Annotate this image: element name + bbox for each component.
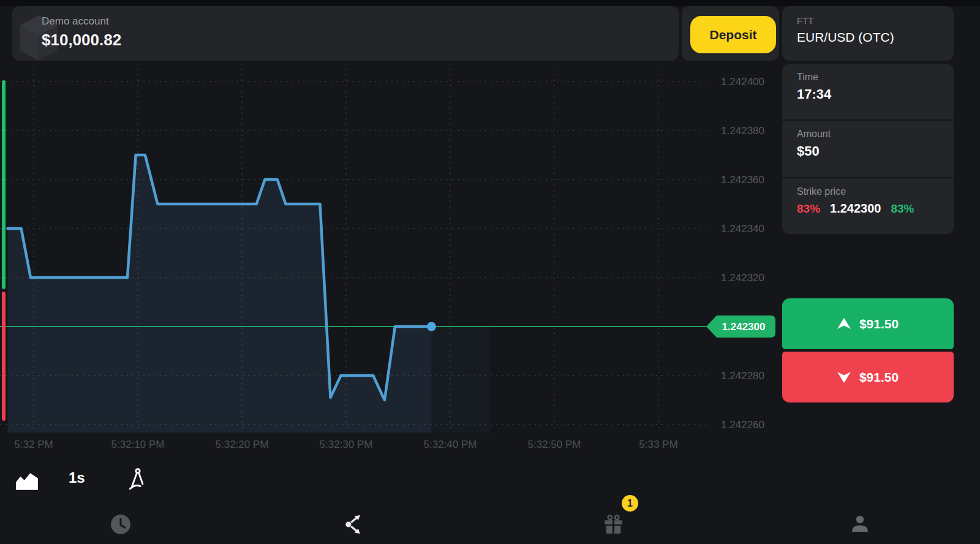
current-price-dot xyxy=(427,322,436,331)
person-icon xyxy=(849,513,871,535)
account-switcher[interactable]: Demo account $10,000.82 xyxy=(12,6,679,61)
trade-settings-panel: Time 17:34 Amount $50 Strike price 83% 1… xyxy=(782,64,954,234)
sell-down-button[interactable]: $91.50 xyxy=(782,352,954,402)
account-type-label: Demo account xyxy=(42,15,121,28)
clock-icon xyxy=(108,512,133,537)
x-axis-label: 5:32:10 PM xyxy=(111,439,165,450)
trade-history-button[interactable] xyxy=(108,512,133,537)
trading-button[interactable] xyxy=(344,513,366,535)
buy-up-button[interactable]: $91.50 xyxy=(782,298,954,349)
payout-down-percent: 83% xyxy=(797,202,820,216)
y-axis-label: 1.242400 xyxy=(721,76,764,88)
promotions-button[interactable] xyxy=(602,513,625,536)
up-arrow-icon xyxy=(837,318,851,330)
buy-up-amount: $91.50 xyxy=(859,317,899,331)
y-axis-label: 1.242320 xyxy=(721,272,764,284)
x-axis-label: 5:32:40 PM xyxy=(424,439,477,450)
x-axis-label: 5:32:30 PM xyxy=(320,439,373,450)
time-value: 17:34 xyxy=(797,86,954,102)
drawing-tools-button[interactable] xyxy=(127,467,148,491)
payout-up-percent: 83% xyxy=(891,202,914,216)
sell-down-amount: $91.50 xyxy=(859,370,899,385)
strike-price-field: Strike price 83% 1.242300 83% xyxy=(782,177,954,234)
amount-value: $50 xyxy=(797,143,954,159)
amount-field[interactable]: Amount $50 xyxy=(782,119,954,176)
expiry-time-field[interactable]: Time 17:34 xyxy=(782,64,954,119)
area-chart-icon xyxy=(15,470,39,491)
deposit-card: Deposit xyxy=(682,6,779,61)
x-axis-label: 5:32 PM xyxy=(14,439,53,450)
strike-price-badge-label: 1.242300 xyxy=(722,321,766,333)
y-axis-label: 1.242260 xyxy=(721,419,764,431)
strike-price-value: 1.242300 xyxy=(830,202,881,216)
gift-icon xyxy=(602,513,625,536)
notification-badge: 1 xyxy=(622,495,638,512)
y-axis-label: 1.242360 xyxy=(721,174,764,186)
amount-label: Amount xyxy=(797,129,954,140)
instrument-name: EUR/USD (OTC) xyxy=(797,30,894,45)
sentiment-down-bar xyxy=(2,292,6,421)
spread-arrows-icon xyxy=(344,513,366,535)
strike-label: Strike price xyxy=(797,186,954,197)
deposit-button[interactable]: Deposit xyxy=(690,16,776,53)
profile-button[interactable] xyxy=(849,513,871,535)
y-axis-label: 1.242280 xyxy=(721,370,764,382)
down-arrow-icon xyxy=(837,371,851,383)
instrument-type-label: FTT xyxy=(797,15,894,26)
compass-icon xyxy=(127,467,148,491)
sentiment-up-bar xyxy=(2,80,6,289)
y-axis-label: 1.242340 xyxy=(721,223,764,235)
instrument-selector[interactable]: FTT EUR/USD (OTC) xyxy=(782,6,954,61)
chart-type-button[interactable] xyxy=(15,470,39,491)
time-label: Time xyxy=(797,72,954,83)
x-axis-label: 5:32:20 PM xyxy=(216,439,269,450)
x-axis-label: 5:32:50 PM xyxy=(528,439,581,450)
account-balance: $10,000.82 xyxy=(42,31,121,50)
price-area-fill xyxy=(8,155,432,433)
y-axis-label: 1.242380 xyxy=(721,125,764,137)
timeframe-button[interactable]: 1s xyxy=(69,469,85,486)
top-strip xyxy=(0,0,980,6)
x-axis-label: 5:33 PM xyxy=(639,439,677,450)
current-time-band xyxy=(431,327,490,433)
